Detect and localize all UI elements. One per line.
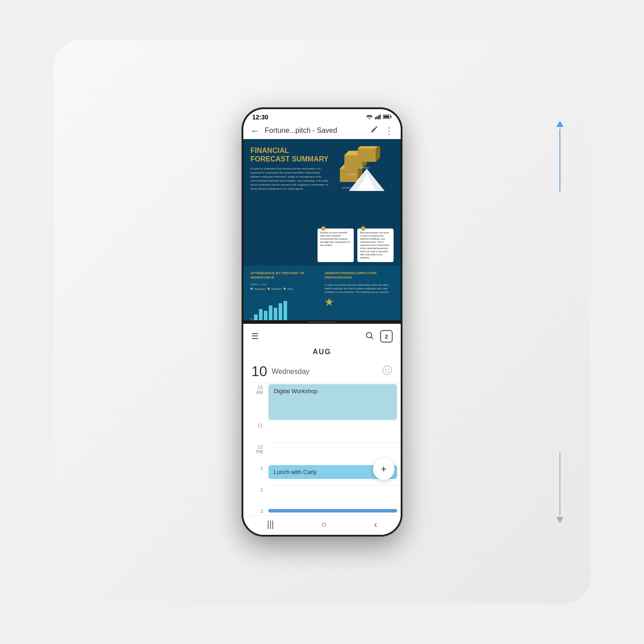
chart-legend: Employees Motivation Sales [250, 288, 319, 290]
slot-content-2pm [267, 485, 401, 507]
recent-apps-icon[interactable]: ||| [267, 519, 274, 530]
badge-number: 2 [385, 333, 388, 340]
chart-bar-7 [284, 301, 287, 320]
lunch-carly-label: Lunch with Carly [274, 469, 317, 475]
status-icons [366, 114, 392, 121]
calendar-search-icon[interactable] [365, 331, 374, 342]
svg-rect-0 [375, 117, 376, 119]
legend-sales-label: Sales [288, 288, 293, 290]
wifi-icon [366, 114, 373, 121]
legend-dot-employees [250, 288, 253, 290]
time-label-1pm: 1 [243, 464, 267, 471]
document-content: FINANCIAL FORECAST SUMMARY In order to u… [243, 139, 401, 320]
attendance-subtitle: MARCH - JUNE [250, 283, 319, 286]
doc-title-area: FINANCIAL FORECAST SUMMARY In order to u… [250, 146, 330, 221]
participation-text: In order to promote unity and collaborat… [325, 283, 394, 294]
chart-bar-1 [254, 314, 258, 320]
svg-text:DATA02: DATA02 [347, 173, 356, 176]
calendar-body: 10 AM Digital Workshop 11 [243, 383, 401, 515]
time-label-3pm: 3 [243, 507, 267, 514]
doc-notes: Projects run more smoothly when team mem… [243, 229, 401, 266]
slot-content-3pm [267, 507, 401, 515]
bottom-screen: ☰ 2 AUG 10 Wednesday [243, 324, 401, 535]
legend-employees: Employees [250, 288, 266, 290]
status-time: 12:30 [252, 114, 268, 121]
chart-bar-5 [274, 308, 277, 320]
document-title: Fortune...pitch - Saved [265, 127, 365, 135]
digital-workshop-label: Digital Workshop [274, 388, 318, 394]
chart-bar-2 [259, 309, 263, 320]
slot-content-11 [267, 421, 401, 442]
battery-icon [383, 114, 392, 121]
time-label-12pm: 12 PM [243, 442, 267, 454]
add-event-fab[interactable]: + [373, 458, 394, 480]
chart-bar-6 [279, 303, 282, 320]
arrow-up-line [559, 129, 560, 191]
arrow-down-line [559, 453, 560, 515]
scroll-down-arrow [556, 453, 564, 523]
legend-motivation-label: Motivation [271, 288, 282, 290]
svg-rect-6 [383, 115, 389, 118]
svg-point-23 [383, 366, 392, 375]
legend-dot-sales [284, 288, 286, 290]
legend-sales: Sales [284, 288, 293, 290]
note-1-text: Projects run more smoothly when team mem… [320, 231, 351, 247]
edit-icon[interactable] [370, 125, 378, 136]
svg-rect-3 [380, 114, 381, 119]
svg-rect-1 [377, 116, 378, 119]
slot-content-10am: Digital Workshop [267, 383, 401, 421]
svg-line-22 [371, 337, 373, 339]
doc-note-2: Miscommunication can result in hours of … [357, 229, 394, 262]
note-dot-1 [321, 226, 326, 231]
page-background: 12:30 ← [54, 40, 590, 604]
day-name: Wednesday [272, 368, 309, 376]
attendance-section: ATTENDANCE BY PERCENT OF WORKFORCE MARCH… [250, 271, 319, 320]
emoji-icon [382, 365, 393, 378]
back-button[interactable]: ← [250, 126, 259, 136]
calendar-badge[interactable]: 2 [380, 330, 393, 343]
calendar-month: AUG [243, 346, 401, 360]
doc-note-spacer [250, 229, 314, 262]
scroll-up-arrow [556, 121, 564, 191]
legend-motivation: Motivation [267, 288, 282, 290]
bar-chart: 55 41 29 [250, 292, 319, 320]
time-slot-11: 11 [243, 421, 401, 442]
note-2-text: Miscommunication can result in hours of … [360, 231, 391, 259]
chart-bars [254, 297, 287, 320]
phone-device: 12:30 ← [242, 107, 402, 537]
time-slot-10am: 10 AM Digital Workshop [243, 383, 401, 421]
chart-bar-4 [269, 305, 272, 320]
doc-note-1: Projects run more smoothly when team mem… [318, 229, 354, 262]
hamburger-menu-icon[interactable]: ☰ [251, 331, 258, 341]
participation-section: UNDERSTANDING EMPLOYEE PARTICIPATION In … [325, 271, 394, 320]
fold-hinge [243, 320, 401, 324]
more-options-icon[interactable]: ⋮ [385, 125, 394, 136]
back-nav-icon[interactable]: ‹ [374, 519, 377, 530]
doc-bottom-section: ATTENDANCE BY PERCENT OF WORKFORCE MARCH… [243, 266, 401, 320]
note-dot-2 [361, 226, 365, 231]
home-icon[interactable]: ○ [321, 519, 326, 530]
doc-body-text: In order to understand the financing of … [250, 167, 330, 191]
digital-workshop-event[interactable]: Digital Workshop [268, 384, 397, 420]
participation-title: UNDERSTANDING EMPLOYEE PARTICIPATION [325, 271, 394, 280]
svg-marker-15 [358, 148, 376, 162]
time-label-10am: 10 AM [243, 383, 267, 395]
time-slot-2pm: 2 + [243, 485, 401, 507]
svg-point-25 [388, 369, 390, 370]
time-slot-3pm: 3 [243, 507, 401, 515]
star-icon [325, 298, 334, 307]
doc-financial-title: FINANCIAL FORECAST SUMMARY [250, 146, 330, 163]
document-toolbar: ← Fortune...pitch - Saved ⋮ [243, 123, 401, 139]
star-decoration [325, 298, 394, 307]
svg-rect-5 [390, 115, 391, 117]
phone-screen: 12:30 ← [243, 109, 401, 535]
svg-marker-16 [376, 146, 380, 162]
fold-line [309, 322, 335, 323]
top-screen: 12:30 ← [243, 109, 401, 320]
legend-dot-motivation [267, 288, 270, 290]
time-label-11: 11 [243, 421, 267, 428]
legend-employees-label: Employees [254, 288, 266, 290]
attendance-title: ATTENDANCE BY PERCENT OF WORKFORCE [250, 271, 319, 280]
calendar-day-header: 10 Wednesday [243, 360, 401, 383]
time-label-2pm: 2 [243, 485, 267, 492]
